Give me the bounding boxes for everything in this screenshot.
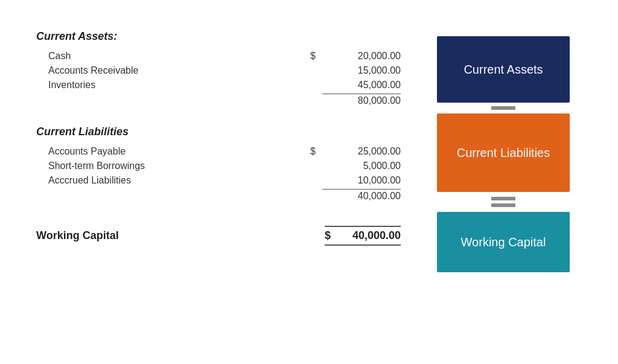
current-liabilities-box-label: Current Liabilities bbox=[457, 146, 550, 160]
short-term-borrowings-amount: 5,000.00 bbox=[322, 161, 401, 171]
short-term-borrowings-row: Short-term Borrowings 5,000.00 bbox=[36, 159, 401, 173]
current-assets-subtotal-row: 80,000.00 bbox=[36, 92, 401, 107]
working-capital-amount-group: $ 40,000.00 bbox=[325, 226, 401, 246]
current-liabilities-subtotal: 40,000.00 bbox=[322, 189, 401, 202]
equals-connector bbox=[491, 197, 515, 207]
working-capital-box: Working Capital bbox=[437, 212, 570, 272]
current-liabilities-title: Current Liabilities bbox=[36, 126, 401, 138]
equals-bar-1 bbox=[491, 197, 515, 200]
inventories-row: Inventories 45,000.00 bbox=[36, 78, 401, 92]
cash-label: Cash bbox=[48, 51, 310, 62]
left-panel: Current Assets: Cash $ 20,000.00 Account… bbox=[36, 30, 425, 246]
current-assets-box-label: Current Assets bbox=[464, 63, 543, 77]
current-liabilities-subtotal-row: 40,000.00 bbox=[36, 188, 401, 203]
cash-amount: 20,000.00 bbox=[322, 51, 401, 62]
accounts-receivable-row: Accounts Receivable 15,000.00 bbox=[36, 63, 401, 78]
accrued-liabilities-amount: 10,000.00 bbox=[322, 175, 401, 186]
current-liabilities-box: Current Liabilities bbox=[437, 113, 570, 192]
main-container: Current Assets: Cash $ 20,000.00 Account… bbox=[12, 12, 606, 364]
minus-connector bbox=[491, 106, 515, 110]
working-capital-amount: 40,000.00 bbox=[334, 229, 401, 242]
accounts-payable-label: Accounts Payable bbox=[48, 146, 310, 157]
right-panel: Current Assets Current Liabilities Worki… bbox=[425, 30, 582, 272]
working-capital-label: Working Capital bbox=[36, 229, 119, 242]
cash-dollar: $ bbox=[310, 51, 322, 62]
current-assets-subtotal: 80,000.00 bbox=[322, 94, 401, 106]
accrued-liabilities-row: Acccrued Liabilities 10,000.00 bbox=[36, 173, 401, 188]
working-capital-row: Working Capital $ 40,000.00 bbox=[36, 221, 401, 246]
current-assets-section: Current Assets: Cash $ 20,000.00 Account… bbox=[36, 30, 401, 107]
equals-bar-2 bbox=[491, 203, 515, 207]
ap-dollar: $ bbox=[310, 146, 322, 157]
accounts-payable-row: Accounts Payable $ 25,000.00 bbox=[36, 144, 401, 159]
accrued-liabilities-label: Acccrued Liabilities bbox=[48, 175, 310, 186]
current-assets-title: Current Assets: bbox=[36, 30, 401, 43]
accounts-receivable-amount: 15,000.00 bbox=[322, 65, 401, 76]
inventories-amount: 45,000.00 bbox=[322, 80, 401, 91]
short-term-borrowings-label: Short-term Borrowings bbox=[48, 161, 310, 171]
minus-bar bbox=[491, 106, 515, 110]
accounts-payable-amount: 25,000.00 bbox=[322, 146, 401, 157]
current-liabilities-section: Current Liabilities Accounts Payable $ 2… bbox=[36, 126, 401, 203]
wc-dollar: $ bbox=[325, 229, 331, 242]
current-assets-box: Current Assets bbox=[437, 36, 570, 103]
working-capital-box-label: Working Capital bbox=[461, 235, 546, 249]
inventories-label: Inventories bbox=[48, 80, 310, 91]
accounts-receivable-label: Accounts Receivable bbox=[48, 65, 310, 76]
cash-row: Cash $ 20,000.00 bbox=[36, 49, 401, 63]
